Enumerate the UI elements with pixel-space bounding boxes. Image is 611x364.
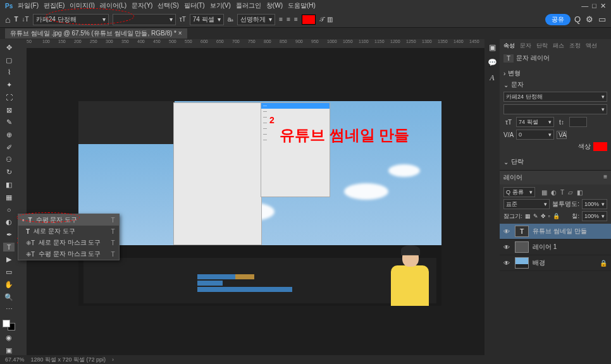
- share-button[interactable]: 공유: [545, 14, 571, 25]
- layer-row[interactable]: 👁 배경 🔒: [500, 255, 611, 271]
- visibility-icon[interactable]: 👁: [503, 228, 511, 235]
- chevron-right-icon[interactable]: ›: [112, 356, 114, 363]
- lasso-tool[interactable]: ⌇: [3, 68, 15, 77]
- transform-section[interactable]: 변형: [508, 69, 521, 78]
- filter-shape-icon[interactable]: ▱: [568, 189, 573, 196]
- document-canvas[interactable]: ··· ······ ······ ······ 2 유튜브 썸네일 만들: [78, 101, 441, 306]
- character-panel-icon[interactable]: A: [490, 73, 494, 83]
- menu-view[interactable]: 보기(V): [210, 1, 231, 10]
- workspace-icon[interactable]: ▭: [598, 15, 606, 24]
- lock-paint-icon[interactable]: ✎: [533, 213, 538, 219]
- eraser-tool[interactable]: ◧: [3, 180, 15, 190]
- tab-para[interactable]: 단락: [536, 42, 548, 50]
- text-color-chip[interactable]: [593, 142, 607, 151]
- layer-name[interactable]: 유튜브 썸네일 만들: [533, 227, 587, 236]
- shape-tool[interactable]: ▭: [3, 267, 15, 277]
- canvas-text-layer[interactable]: 유튜브 썸네일 만들: [280, 125, 409, 145]
- filter-pixel-icon[interactable]: ▦: [541, 189, 547, 196]
- font-style-select[interactable]: ▾: [113, 14, 176, 25]
- document-tab[interactable]: 유튜브 썸네일 .jpg @ 67.5% (유튜브 썸네일 만들, RGB/8)…: [5, 28, 187, 39]
- menu-help[interactable]: 도움말(H): [288, 1, 316, 10]
- menu-filter[interactable]: 필터(T): [184, 1, 205, 10]
- lock-nest-icon[interactable]: ▫: [548, 213, 550, 219]
- text-color-swatch[interactable]: [302, 15, 316, 25]
- heal-tool[interactable]: ⊕: [3, 130, 15, 140]
- tab-properties[interactable]: 속성: [503, 42, 515, 50]
- close-icon[interactable]: ✕: [600, 2, 606, 10]
- fg-bg-colors[interactable]: [3, 320, 15, 330]
- zoom-level[interactable]: 67.47%: [5, 356, 25, 363]
- zoom-tool[interactable]: 🔍: [3, 293, 15, 302]
- chevron-down-icon[interactable]: ⌄: [503, 82, 509, 88]
- character-section[interactable]: 문자: [511, 80, 524, 89]
- eyedropper-tool[interactable]: ✎: [3, 118, 15, 127]
- menu-edit[interactable]: 편집(E): [44, 1, 65, 10]
- menu-image[interactable]: 이미지(I): [70, 1, 94, 10]
- warp-text-icon[interactable]: 𝒯: [319, 16, 323, 23]
- menu-window[interactable]: 창(W): [266, 1, 283, 10]
- path-select-tool[interactable]: ▶: [3, 255, 15, 264]
- menu-plugin[interactable]: 플러그인: [236, 1, 261, 10]
- blend-mode-select[interactable]: 표준▾: [503, 199, 550, 209]
- tab-close-icon[interactable]: ×: [178, 30, 182, 37]
- layer-filter-select[interactable]: Q 종류▾: [503, 187, 535, 197]
- orientation-icon[interactable]: ↓T: [22, 16, 29, 23]
- doc-info[interactable]: 1280 픽셀 x 720 픽셀 (72 ppi): [31, 356, 106, 364]
- crop-tool[interactable]: ⛶: [3, 93, 15, 102]
- font-size-input[interactable]: 74 픽셀▾: [190, 14, 224, 25]
- font-family-field[interactable]: 카페24 단정해▾: [503, 92, 607, 102]
- home-icon[interactable]: ⌂: [5, 15, 10, 25]
- wand-tool[interactable]: ✦: [3, 80, 15, 90]
- filter-adj-icon[interactable]: ◐: [551, 189, 557, 196]
- antialias-select[interactable]: 선명하게▾: [237, 14, 275, 25]
- chat-panel-icon[interactable]: 💬: [488, 58, 497, 67]
- dodge-tool[interactable]: ◐: [3, 217, 15, 227]
- marquee-tool[interactable]: ▢: [3, 56, 15, 65]
- character-panel-icon[interactable]: ▥: [327, 16, 333, 23]
- panel-menu-icon[interactable]: ≡: [603, 173, 607, 180]
- lock-all-icon[interactable]: 🔒: [553, 213, 560, 219]
- chevron-down-icon[interactable]: ⌄: [503, 159, 509, 166]
- vertical-type-tool[interactable]: T 세로 문자 도구 T: [18, 226, 119, 237]
- maximize-icon[interactable]: □: [592, 2, 596, 10]
- filter-smart-icon[interactable]: ◧: [577, 189, 583, 196]
- lock-trans-icon[interactable]: ▦: [525, 213, 531, 219]
- screenmode-tool[interactable]: ▣: [3, 346, 15, 355]
- vertical-type-mask-tool[interactable]: ⁜T 세로 문자 마스크 도구 T: [18, 237, 119, 248]
- frame-tool[interactable]: ⊠: [3, 106, 15, 115]
- visibility-icon[interactable]: 👁: [503, 260, 511, 267]
- tab-char[interactable]: 문자: [520, 42, 531, 50]
- search-icon[interactable]: Q: [574, 15, 581, 24]
- layer-name[interactable]: 레이어 1: [533, 243, 557, 252]
- leading-field[interactable]: [569, 117, 587, 127]
- gradient-tool[interactable]: ▦: [3, 193, 15, 202]
- pen-tool[interactable]: ✒: [3, 230, 15, 240]
- minimize-icon[interactable]: —: [581, 2, 588, 10]
- lock-pos-icon[interactable]: ✥: [541, 213, 546, 219]
- font-size-field[interactable]: 74 픽셀▾: [516, 117, 554, 127]
- fill-field[interactable]: 100%▾: [582, 211, 607, 221]
- horizontal-type-mask-tool[interactable]: ⁜T 수평 문자 마스크 도구 T: [18, 248, 119, 260]
- menu-file[interactable]: 파일(F): [18, 1, 39, 10]
- tracking-field[interactable]: 0▾: [516, 130, 554, 140]
- visibility-icon[interactable]: 👁: [503, 244, 511, 251]
- brush-tool[interactable]: ✐: [3, 143, 15, 152]
- layer-row[interactable]: 👁 레이어 1: [500, 240, 611, 255]
- layers-tab[interactable]: 레이어: [503, 174, 522, 181]
- move-tool[interactable]: ✥: [3, 43, 15, 52]
- type-tool[interactable]: T: [3, 243, 15, 252]
- horizontal-type-tool[interactable]: •T 수평 문자 도구 T: [18, 214, 119, 226]
- font-style-field[interactable]: ▾: [503, 104, 607, 114]
- blur-tool[interactable]: ○: [3, 205, 15, 215]
- tab-paths[interactable]: 패스: [553, 42, 564, 50]
- menu-select[interactable]: 선택(S): [157, 1, 178, 10]
- hand-tool[interactable]: ✋: [3, 280, 15, 289]
- paragraph-section[interactable]: 단락: [511, 157, 524, 166]
- settings-icon[interactable]: ⚙: [586, 15, 593, 24]
- filter-type-icon[interactable]: T: [560, 189, 564, 196]
- stamp-tool[interactable]: ⚇: [3, 155, 15, 165]
- font-family-select[interactable]: 카페24 단정해▾: [33, 14, 109, 25]
- color-panel-icon[interactable]: ▣: [489, 43, 496, 52]
- opacity-field[interactable]: 100%▾: [582, 199, 607, 209]
- history-brush-tool[interactable]: ↻: [3, 167, 15, 177]
